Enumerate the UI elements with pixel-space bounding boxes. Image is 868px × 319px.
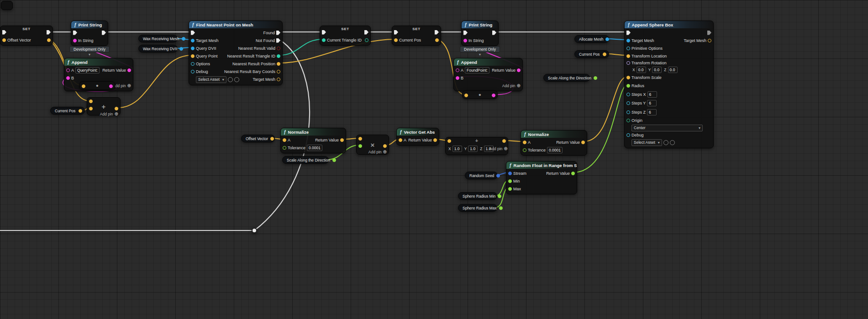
browse-asset-icon[interactable] xyxy=(228,77,233,82)
add-pin-button[interactable]: Add pin⊕ xyxy=(502,83,521,88)
node-header[interactable]: ƒNormalize xyxy=(281,128,346,136)
debug-pin[interactable] xyxy=(191,70,195,73)
max-pin[interactable] xyxy=(508,187,512,191)
transform-location-pin[interactable] xyxy=(626,54,630,58)
random-float-in-range-from-stream[interactable]: ƒRandom Float in Range from StreamStream… xyxy=(506,161,577,194)
steps-x-field[interactable]: 6 xyxy=(647,91,657,98)
return-value-pin[interactable] xyxy=(571,172,575,175)
string-pin[interactable] xyxy=(492,94,495,97)
nearest-result-valid-pin[interactable] xyxy=(277,47,280,50)
transform-scale-pin[interactable] xyxy=(626,76,630,79)
append-sphere-box[interactable]: ƒAppend Sphere BoxTarget MeshTarget Mesh… xyxy=(624,21,714,148)
current-pos-var-1[interactable]: Current Pos xyxy=(50,107,85,115)
node-header[interactable]: ƒAppend xyxy=(64,58,133,66)
normalize-1[interactable]: ƒNormalizeAReturn ValueTolerance0.0001 xyxy=(280,128,346,153)
scale-along-direction-var-2[interactable]: Scale Along the Direction xyxy=(543,74,590,82)
set-offset-vector[interactable]: SETOffset Vector xyxy=(0,26,53,46)
offscreen-node-fragment[interactable] xyxy=(1,1,13,10)
offset-vector-pin[interactable] xyxy=(2,38,6,42)
debug-pin[interactable] xyxy=(626,133,630,137)
node-header[interactable]: ƒFind Nearest Point on Mesh xyxy=(189,21,282,28)
current-pos-pin[interactable] xyxy=(79,109,82,113)
node-header[interactable]: ƒPrint String xyxy=(462,21,498,28)
add-pin-button[interactable]: Add pin⊕ xyxy=(489,146,507,151)
vector-pin[interactable] xyxy=(383,144,387,148)
scale-along-the-direction-pin[interactable] xyxy=(332,158,336,162)
find-asset-icon[interactable] xyxy=(234,77,239,82)
return-value-pin[interactable] xyxy=(340,138,344,142)
append-2[interactable]: ƒAppendAFoundPoint:Return ValueBAdd pin⊕ xyxy=(453,58,523,91)
vector-pin[interactable] xyxy=(358,137,362,141)
sphere-radius-max-pin[interactable] xyxy=(499,206,503,210)
origin-pin[interactable] xyxy=(626,119,630,122)
b-pin[interactable] xyxy=(66,76,70,80)
print-string-1[interactable]: ƒPrint StringIn StringDevelopment Only▾ xyxy=(71,21,108,46)
steps-y-field[interactable]: 6 xyxy=(647,100,657,106)
stream-pin[interactable] xyxy=(508,172,512,175)
float-pin[interactable] xyxy=(358,144,362,148)
add-vector-2[interactable]: +X1.0Y1.0Z1.0Add pin⊕ xyxy=(445,137,508,155)
vector-pin[interactable] xyxy=(435,38,439,42)
expand-chevron-icon[interactable]: ▾ xyxy=(89,52,90,57)
target-mesh-pin[interactable] xyxy=(708,39,711,42)
node-header[interactable]: ƒVector Get Abs xyxy=(397,128,439,136)
min-pin[interactable] xyxy=(508,179,512,183)
allocate-mesh-var[interactable]: Allocate Mesh xyxy=(574,35,609,43)
vector-pin[interactable] xyxy=(464,94,468,97)
vector-pin[interactable] xyxy=(447,139,451,143)
wax-receiving-mesh-var[interactable]: Wax Receiving Mesh xyxy=(138,35,178,42)
a-pin[interactable] xyxy=(66,68,70,72)
node-header[interactable]: ƒAppend xyxy=(454,58,522,66)
primitive-options-pin[interactable] xyxy=(626,47,630,50)
vector-pin[interactable] xyxy=(82,84,85,88)
steps-z-pin[interactable] xyxy=(626,110,630,114)
reroute-node[interactable] xyxy=(252,228,257,233)
int-pin[interactable] xyxy=(365,38,368,42)
add-pin-button[interactable]: Add pin⊕ xyxy=(100,111,118,116)
wax-receiving-dvii-pin[interactable] xyxy=(179,47,183,51)
set-current-triangle-id[interactable]: SETCurrent Triangle ID xyxy=(320,26,371,46)
expand-chevron-icon[interactable]: ▾ xyxy=(479,52,481,57)
exec-in-pin[interactable] xyxy=(463,31,468,35)
exec-in-pin[interactable] xyxy=(626,31,631,35)
exec-out-pin[interactable] xyxy=(276,31,280,35)
find-asset-icon[interactable] xyxy=(670,140,675,145)
sphere-radius-max-var[interactable]: Sphere Radius Max xyxy=(458,204,497,212)
nearest-result-bary-coords-pin[interactable] xyxy=(277,70,280,73)
normalize-2[interactable]: ƒNormalizeAReturn ValueTolerance0.0001 xyxy=(521,130,587,156)
vector-pin[interactable] xyxy=(89,107,93,110)
tolerance-field[interactable]: 0.0001 xyxy=(307,145,322,151)
sphere-radius-min-pin[interactable] xyxy=(498,194,501,198)
a-pin[interactable] xyxy=(283,138,286,142)
vector-pin[interactable] xyxy=(47,38,51,42)
current-pos-var-2[interactable]: Current Pos xyxy=(574,50,609,58)
to-string-conversion-2[interactable]: • xyxy=(462,90,498,99)
offset-vector-pin[interactable] xyxy=(270,137,274,141)
steps-y-pin[interactable] xyxy=(626,101,630,105)
blueprint-graph-canvas[interactable]: SETOffset VectorƒPrint StringIn StringDe… xyxy=(0,0,868,319)
wax-receiving-mesh-pin[interactable] xyxy=(182,37,185,41)
select-asset-dropdown[interactable]: Select Asset▾ xyxy=(631,139,662,146)
allocate-mesh-pin[interactable] xyxy=(605,37,609,41)
query-point-pin[interactable] xyxy=(191,54,195,58)
target-mesh-pin[interactable] xyxy=(191,39,195,42)
scale-along-the-direction-pin[interactable] xyxy=(594,76,597,80)
options-pin[interactable] xyxy=(191,62,195,66)
select-asset-dropdown[interactable]: Select Asset▾ xyxy=(196,76,226,83)
target-mesh-pin[interactable] xyxy=(277,78,280,81)
tolerance-pin[interactable] xyxy=(283,146,286,150)
add-pin-button[interactable]: Add pin⊕ xyxy=(368,149,387,154)
vector-pin[interactable] xyxy=(115,107,118,110)
vector-0-field[interactable]: 1.0 xyxy=(452,146,462,152)
tolerance-field[interactable]: 0.0001 xyxy=(547,147,563,153)
vector-pin[interactable] xyxy=(89,99,93,103)
a-pin[interactable] xyxy=(523,141,526,144)
exec-out-pin[interactable] xyxy=(276,38,280,43)
node-header[interactable]: ƒPrint String xyxy=(71,21,108,28)
tolerance-pin[interactable] xyxy=(523,148,526,152)
offset-vector-var[interactable]: Offset Vector xyxy=(241,135,275,142)
nearest-result-position-pin[interactable] xyxy=(277,62,280,66)
a-pin[interactable] xyxy=(456,68,459,72)
return-value-pin[interactable] xyxy=(581,141,585,144)
print-string-2[interactable]: ƒPrint StringIn StringDevelopment Only▾ xyxy=(461,21,499,46)
